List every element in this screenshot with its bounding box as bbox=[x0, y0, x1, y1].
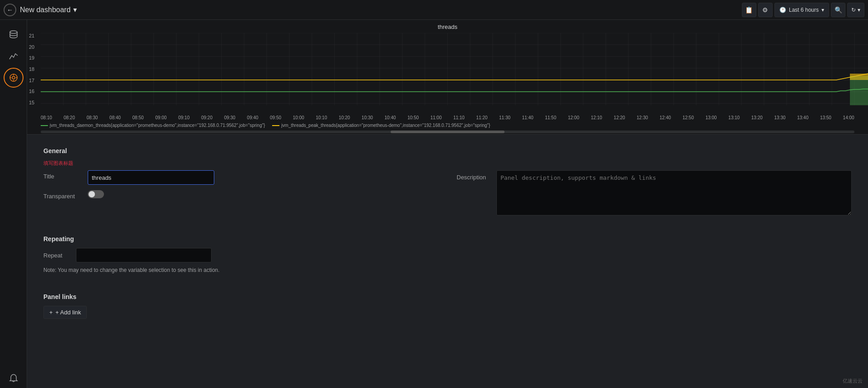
panel-links-section: Panel links + + Add link bbox=[34, 286, 861, 326]
chart-svg bbox=[27, 33, 868, 105]
chart-scrollbar[interactable] bbox=[41, 131, 854, 133]
legend-color-daemon bbox=[41, 125, 48, 126]
description-input[interactable] bbox=[496, 170, 852, 215]
time-caret-icon: ▾ bbox=[821, 7, 824, 13]
repeat-select[interactable] bbox=[76, 248, 212, 262]
content-area: threads 21 20 19 18 17 16 15 bbox=[27, 20, 868, 388]
watermark: 亿速云云 bbox=[843, 378, 863, 384]
svg-rect-50 bbox=[850, 76, 868, 105]
refresh-button[interactable]: ↻ ▾ bbox=[847, 3, 864, 17]
legend-item-daemon: jvm_threads_daemon_threads{application="… bbox=[41, 123, 265, 128]
database-icon bbox=[9, 29, 19, 39]
transparent-label: Transparent bbox=[43, 190, 84, 200]
transparent-row: Transparent bbox=[43, 190, 439, 200]
repeating-section: Repeating Repeat Note: You may need to c… bbox=[34, 228, 861, 280]
chart-x-labels: 08:10 08:20 08:30 08:40 08:50 09:00 09:1… bbox=[27, 114, 868, 121]
general-section: General 填写图表标题 Title Transparent bbox=[34, 140, 861, 223]
repeat-note: Note: You may need to change the variabl… bbox=[43, 267, 852, 273]
repeat-label: Repeat bbox=[43, 252, 71, 259]
bell-icon bbox=[9, 373, 19, 383]
chart-title: threads bbox=[27, 23, 868, 30]
gear-icon: ⚙ bbox=[762, 6, 768, 14]
legend-label-peak: jvm_threads_peak_threads{application="pr… bbox=[281, 123, 490, 128]
chart-scrollbar-thumb[interactable] bbox=[391, 131, 505, 133]
legend-item-peak: jvm_threads_peak_threads{application="pr… bbox=[272, 123, 490, 128]
search-icon: 🔍 bbox=[835, 6, 842, 14]
repeat-row: Repeat bbox=[43, 248, 852, 262]
back-icon: ← bbox=[7, 6, 13, 14]
chart-area-icon bbox=[9, 51, 19, 61]
add-link-label: + Add link bbox=[56, 309, 81, 316]
panel-links-title: Panel links bbox=[43, 293, 852, 300]
dashboard-title-text: New dashboard bbox=[20, 6, 71, 14]
legend-label-daemon: jvm_threads_daemon_threads{application="… bbox=[50, 123, 265, 128]
general-section-title: General bbox=[43, 147, 852, 154]
save-button[interactable]: 📋 bbox=[742, 3, 756, 17]
refresh-icon: ↻ bbox=[851, 7, 856, 13]
validation-hint: 填写图表标题 bbox=[43, 160, 852, 167]
svg-rect-51 bbox=[850, 74, 868, 80]
chart-legend: jvm_threads_daemon_threads{application="… bbox=[27, 121, 868, 130]
topbar-right: 📋 ⚙ 🕐 Last 6 hours ▾ 🔍 ↻ ▾ bbox=[742, 3, 864, 17]
settings-panel: General 填写图表标题 Title Transparent bbox=[27, 135, 868, 388]
legend-color-peak bbox=[272, 125, 279, 126]
add-link-button[interactable]: + + Add link bbox=[43, 306, 87, 319]
topbar: ← New dashboard ▾ 📋 ⚙ 🕐 Last 6 hours ▾ 🔍… bbox=[0, 0, 868, 20]
search-button[interactable]: 🔍 bbox=[831, 3, 845, 17]
svg-point-0 bbox=[10, 31, 17, 33]
sidebar-alerts-button[interactable] bbox=[4, 368, 24, 388]
sidebar-panel-settings-button[interactable] bbox=[4, 68, 24, 88]
chart-area: 21 20 19 18 17 16 15 bbox=[27, 33, 868, 114]
panel-settings-icon bbox=[9, 73, 19, 83]
repeating-section-title: Repeating bbox=[43, 235, 852, 243]
transparent-toggle[interactable] bbox=[88, 190, 104, 198]
refresh-caret: ▾ bbox=[858, 7, 860, 13]
back-button[interactable]: ← bbox=[4, 4, 16, 16]
title-label: Title bbox=[43, 170, 84, 180]
sidebar-chart-button[interactable] bbox=[4, 46, 24, 66]
time-range-picker[interactable]: 🕐 Last 6 hours ▾ bbox=[774, 3, 829, 17]
clock-icon: 🕐 bbox=[779, 7, 786, 13]
add-link-icon: + bbox=[49, 309, 53, 316]
settings-button[interactable]: ⚙ bbox=[758, 3, 773, 17]
time-range-label: Last 6 hours bbox=[789, 7, 819, 13]
dashboard-title[interactable]: New dashboard ▾ bbox=[20, 5, 77, 14]
title-row: Title bbox=[43, 170, 439, 185]
chart-panel: threads 21 20 19 18 17 16 15 bbox=[27, 20, 868, 135]
toggle-thumb bbox=[89, 191, 95, 197]
watermark-text: 亿速云云 bbox=[843, 378, 863, 384]
sidebar-database-button[interactable] bbox=[4, 24, 24, 44]
left-sidebar bbox=[0, 20, 27, 388]
title-input[interactable] bbox=[88, 170, 214, 185]
dashboard-title-caret: ▾ bbox=[73, 5, 77, 14]
save-icon: 📋 bbox=[745, 6, 753, 14]
svg-point-2 bbox=[12, 76, 15, 79]
description-group: Description bbox=[457, 170, 852, 215]
description-label: Description bbox=[457, 170, 493, 181]
topbar-left: ← New dashboard ▾ bbox=[4, 4, 77, 16]
main-layout: threads 21 20 19 18 17 16 15 bbox=[0, 20, 868, 388]
